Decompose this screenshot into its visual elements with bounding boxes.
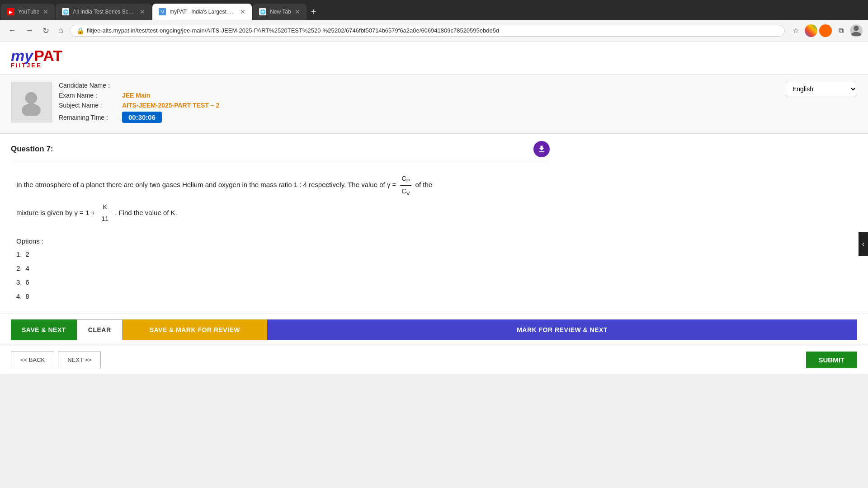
option-4[interactable]: 4. 8 [16,292,550,300]
exam-label: Exam Name : [59,92,122,99]
back-button[interactable]: << BACK [11,352,54,368]
candidate-details: Candidate Name : Exam Name : JEE Main Su… [59,82,778,126]
language-selector[interactable]: English Hindi [785,82,857,96]
tab-youtube[interactable]: ▶ YouTube ✕ [1,4,55,20]
save-mark-review-button[interactable]: SAVE & MARK FOR REVIEW [123,319,268,340]
browser-tabs: ▶ YouTube ✕ 🌐 All India Test Series Schd… [0,0,868,20]
user-avatar[interactable] [850,24,863,37]
toolbar-icons: ☆ ⧉ [788,23,863,38]
timer-badge: 00:30:06 [122,112,162,123]
new-tab-button[interactable]: + [307,5,321,19]
options-label: Options : [11,237,550,245]
aits-favicon: 🌐 [62,8,69,15]
browser-chrome: ▶ YouTube ✕ 🌐 All India Test Series Schd… [0,0,868,42]
tab-aits-label: All India Test Series Schdule for... [73,9,136,15]
question-header: Question 7: [11,141,550,162]
k-denominator: 11 [99,213,111,225]
candidate-section: Candidate Name : Exam Name : JEE Main Su… [0,75,868,134]
question-section: Question 7: In the atmosphere of a plane… [0,134,868,374]
question-text: In the atmosphere of a planet there are … [11,169,550,228]
option-1[interactable]: 1. 2 [16,250,550,258]
tab-aits-close[interactable]: ✕ [140,8,145,15]
nav-left-buttons: << BACK NEXT >> [11,352,101,368]
exam-value: JEE Main [122,92,150,99]
cv-denominator: CV [400,186,412,198]
svg-point-0 [25,92,37,104]
extensions-icon[interactable]: ⧉ [834,23,848,38]
main-container: Question 7: In the atmosphere of a plane… [0,134,868,374]
question-number: Question 7: [11,145,53,154]
mark-review-next-button[interactable]: MARK FOR REVIEW & NEXT [267,319,857,340]
language-selector-container: English Hindi [785,82,857,96]
browser-toolbar: ← → ↻ ⌂ 🔒 fiitjee-aits.mypat.in/test/tes… [0,20,868,42]
svg-point-1 [22,103,41,116]
security-icon: 🔒 [76,27,84,34]
save-next-button[interactable]: SAVE & NEXT [11,319,77,340]
name-label: Candidate Name : [59,82,122,89]
nav-buttons: << BACK NEXT >> SUBMIT [0,346,868,374]
tab-youtube-close[interactable]: ✕ [43,8,48,15]
exam-name-row: Exam Name : JEE Main [59,92,778,99]
action-buttons: SAVE & NEXT CLEAR SAVE & MARK FOR REVIEW… [0,314,868,346]
youtube-favicon: ▶ [7,8,14,15]
subject-label: Subject Name : [59,102,122,109]
option-4-num: 4. [16,292,22,300]
submit-button[interactable]: SUBMIT [806,352,858,368]
subject-name-row: Subject Name : AITS-JEEM-2025-PART TEST … [59,102,778,109]
home-button[interactable]: ⌂ [56,25,66,36]
newtab-favicon: 🌐 [259,8,266,15]
tab-aits[interactable]: 🌐 All India Test Series Schdule for... ✕ [56,4,151,20]
page-content: my PAT FIITJEE Candidate Name : Exam Nam… [0,42,868,374]
tab-mypat-label: myPAT - India's Largest Online... [170,9,236,15]
candidate-photo [11,82,52,122]
k-numerator: K [100,202,110,213]
subject-value: AITS-JEEM-2025-PART TEST – 2 [122,102,219,109]
option-1-value: 2 [26,250,29,258]
url-text: fiitjee-aits.mypat.in/test/test-ongoing/… [87,27,778,34]
option-3-num: 3. [16,278,22,286]
tab-newtab-label: New Tab [270,9,291,15]
avatar-icon [18,89,45,116]
option-4-value: 8 [26,292,29,300]
back-nav-button[interactable]: ← [5,25,19,36]
address-bar[interactable]: 🔒 fiitjee-aits.mypat.in/test/test-ongoin… [70,25,785,37]
chevron-left-icon: ‹ [862,240,864,248]
logo-fiitjee: FIITJEE [11,62,42,69]
k-fraction: K 11 [99,202,111,225]
time-label: Remaining Time : [59,114,122,121]
question-area: Question 7: In the atmosphere of a plane… [0,134,561,314]
mypat-favicon: M [159,8,166,15]
bookmark-icon[interactable]: ☆ [788,23,803,38]
tab-youtube-label: YouTube [18,9,39,15]
clear-button[interactable]: CLEAR [77,319,123,340]
candidate-name-row: Candidate Name : [59,82,778,89]
option-2-num: 2. [16,264,22,272]
option-3[interactable]: 3. 6 [16,278,550,286]
gamma-fraction: CP CV [400,173,412,198]
cp-numerator: CP [400,173,412,186]
app-header: my PAT FIITJEE [0,42,868,75]
tab-mypat[interactable]: M myPAT - India's Largest Online... ✕ [152,4,252,20]
next-button[interactable]: NEXT >> [58,352,101,368]
remaining-time-row: Remaining Time : 00:30:06 [59,112,778,123]
download-button[interactable] [533,141,550,157]
extension-icon [819,24,832,37]
option-1-num: 1. [16,250,22,258]
tab-newtab-close[interactable]: ✕ [295,8,300,15]
tab-mypat-close[interactable]: ✕ [240,8,245,15]
right-panel-toggle[interactable]: ‹ [859,232,868,256]
options-list: 1. 2 2. 4 3. 6 4. 8 [11,250,550,300]
logo: my PAT FIITJEE [11,47,62,69]
option-2[interactable]: 2. 4 [16,264,550,272]
forward-nav-button[interactable]: → [23,25,36,36]
reload-button[interactable]: ↻ [40,25,52,37]
tab-newtab[interactable]: 🌐 New Tab ✕ [253,4,306,20]
option-3-value: 6 [26,278,29,286]
download-icon [537,145,546,154]
option-2-value: 4 [26,264,29,272]
chrome-icon [805,24,817,37]
